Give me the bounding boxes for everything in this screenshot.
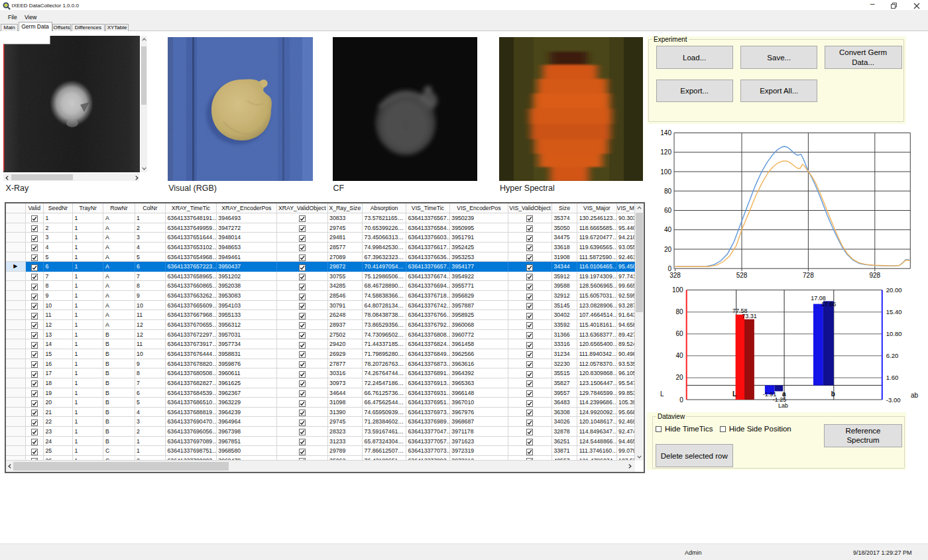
svg-text:6.20: 6.20 <box>886 352 899 359</box>
svg-text:20: 20 <box>676 374 684 381</box>
svg-text:80: 80 <box>676 308 684 315</box>
svg-text:a: a <box>782 390 786 398</box>
svg-text:ab: ab <box>911 392 919 399</box>
svg-text:10.80: 10.80 <box>886 330 902 337</box>
svg-text:-3.00: -3.00 <box>886 396 901 404</box>
svg-text:1.60: 1.60 <box>886 374 899 381</box>
svg-text:100: 100 <box>672 286 683 294</box>
svg-text:20.00: 20.00 <box>886 286 902 294</box>
svg-text:0: 0 <box>679 396 683 404</box>
svg-text:40: 40 <box>676 352 684 359</box>
svg-text:L: L <box>660 390 664 398</box>
svg-text:L: L <box>732 390 736 398</box>
svg-text:Lab: Lab <box>778 402 788 409</box>
svg-text:15.40: 15.40 <box>886 308 902 315</box>
svg-text:b: b <box>831 390 835 398</box>
svg-text:60: 60 <box>676 330 684 337</box>
svg-text:17.66: 17.66 <box>821 301 837 308</box>
svg-text:73.31: 73.31 <box>742 313 757 319</box>
